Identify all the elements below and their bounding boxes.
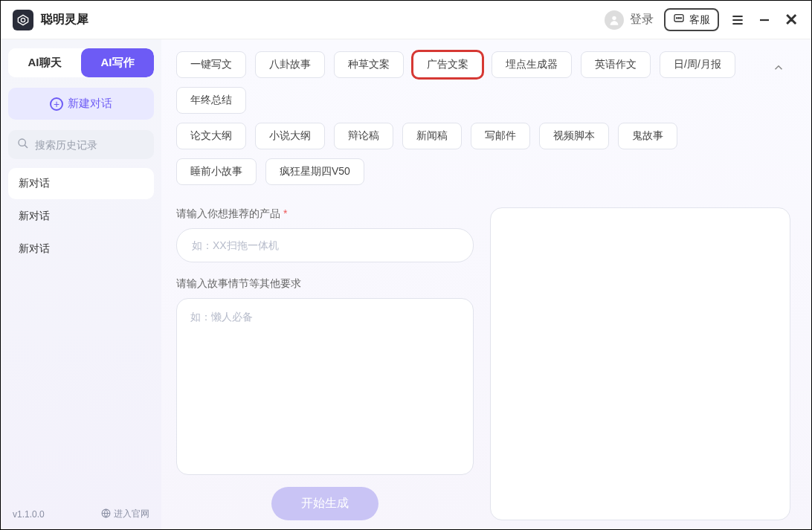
output-panel	[490, 207, 790, 520]
svg-line-12	[25, 145, 28, 148]
template-tag[interactable]: 睡前小故事	[176, 158, 257, 185]
menu-icon[interactable]	[729, 12, 746, 28]
search-icon	[17, 138, 29, 152]
product-label: 请输入你想推荐的产品*	[176, 207, 474, 221]
search-box[interactable]	[8, 130, 154, 159]
history-item[interactable]: 新对话	[8, 233, 154, 265]
svg-point-6	[680, 18, 681, 19]
plus-icon: +	[50, 97, 63, 111]
history-item[interactable]: 新对话	[8, 201, 154, 232]
product-label-text: 请输入你想推荐的产品	[176, 207, 280, 219]
template-tag[interactable]: 日/周/月报	[660, 51, 735, 78]
template-tag[interactable]: 广告文案	[413, 51, 483, 78]
login-label: 登录	[630, 12, 654, 28]
template-tag[interactable]: 鬼故事	[618, 123, 677, 149]
support-button[interactable]: 客服	[664, 8, 719, 31]
titlebar-right: 登录 客服 ✕	[605, 8, 799, 31]
template-tag[interactable]: 写邮件	[471, 123, 530, 149]
template-tag[interactable]: 埋点生成器	[492, 51, 572, 78]
template-tag[interactable]: 小说大纲	[255, 123, 325, 149]
official-link[interactable]: 进入官网	[101, 508, 149, 520]
tag-row: 论文大纲小说大纲辩论稿新闻稿写邮件视频脚本鬼故事睡前小故事疯狂星期四V50	[176, 123, 755, 185]
template-tag[interactable]: 一键写文	[176, 51, 246, 78]
template-tag[interactable]: 英语作文	[581, 51, 651, 78]
template-tag[interactable]: 年终总结	[176, 87, 246, 114]
support-label: 客服	[689, 13, 710, 27]
mode-tabs: AI聊天 AI写作	[8, 48, 154, 77]
extra-textarea[interactable]	[176, 298, 474, 475]
tag-row: 一键写文八卦故事种草文案广告文案埋点生成器英语作文日/周/月报年终总结	[176, 51, 755, 114]
body: AI聊天 AI写作 + 新建对话 新对话 新对话 新对话 v1.1.0.0 进入	[1, 39, 811, 529]
template-tag[interactable]: 辩论稿	[334, 123, 393, 149]
tab-ai-chat[interactable]: AI聊天	[8, 48, 81, 77]
search-input[interactable]	[35, 139, 165, 151]
svg-point-5	[678, 18, 679, 19]
chat-icon	[673, 13, 685, 27]
history-item[interactable]: 新对话	[8, 168, 154, 199]
avatar-icon	[605, 10, 624, 30]
close-icon[interactable]: ✕	[783, 12, 799, 28]
generate-button[interactable]: 开始生成	[271, 487, 378, 520]
globe-icon	[101, 508, 111, 520]
version-label: v1.1.0.0	[13, 509, 45, 520]
template-tag[interactable]: 视频脚本	[539, 123, 609, 149]
template-tag[interactable]: 论文大纲	[176, 123, 246, 149]
template-tag[interactable]: 疯狂星期四V50	[265, 158, 364, 185]
history-list: 新对话 新对话 新对话	[8, 168, 154, 505]
template-tag[interactable]: 新闻稿	[402, 123, 462, 149]
new-chat-label: 新建对话	[68, 97, 112, 111]
main: 一键写文八卦故事种草文案广告文案埋点生成器英语作文日/周/月报年终总结 论文大纲…	[161, 39, 811, 529]
app-title: 聪明灵犀	[41, 12, 88, 28]
template-tags: 一键写文八卦故事种草文案广告文案埋点生成器英语作文日/周/月报年终总结 论文大纲…	[176, 51, 790, 194]
app-logo-icon	[13, 10, 33, 30]
svg-point-11	[19, 139, 25, 146]
new-chat-button[interactable]: + 新建对话	[8, 88, 154, 120]
svg-point-2	[612, 16, 616, 19]
svg-point-1	[21, 18, 25, 22]
titlebar: 聪明灵犀 登录 客服 ✕	[1, 1, 811, 39]
sidebar: AI聊天 AI写作 + 新建对话 新对话 新对话 新对话 v1.1.0.0 进入	[1, 39, 161, 529]
svg-point-4	[677, 18, 677, 19]
titlebar-left: 聪明灵犀	[13, 10, 88, 30]
svg-marker-0	[18, 15, 28, 25]
collapse-toggle[interactable]	[767, 56, 790, 80]
official-link-label: 进入官网	[114, 508, 149, 520]
login-button[interactable]: 登录	[605, 10, 654, 30]
template-tag[interactable]: 种草文案	[334, 51, 404, 78]
form-column: 请输入你想推荐的产品* 请输入故事情节等其他要求 开始生成	[176, 207, 474, 520]
minimize-icon[interactable]	[756, 12, 773, 28]
required-mark: *	[283, 207, 287, 219]
tab-ai-write[interactable]: AI写作	[81, 48, 154, 77]
content-row: 请输入你想推荐的产品* 请输入故事情节等其他要求 开始生成	[176, 207, 790, 520]
sidebar-footer: v1.1.0.0 进入官网	[8, 505, 154, 526]
product-input[interactable]	[176, 228, 474, 262]
extra-label: 请输入故事情节等其他要求	[176, 277, 474, 291]
template-tag[interactable]: 八卦故事	[255, 51, 325, 78]
